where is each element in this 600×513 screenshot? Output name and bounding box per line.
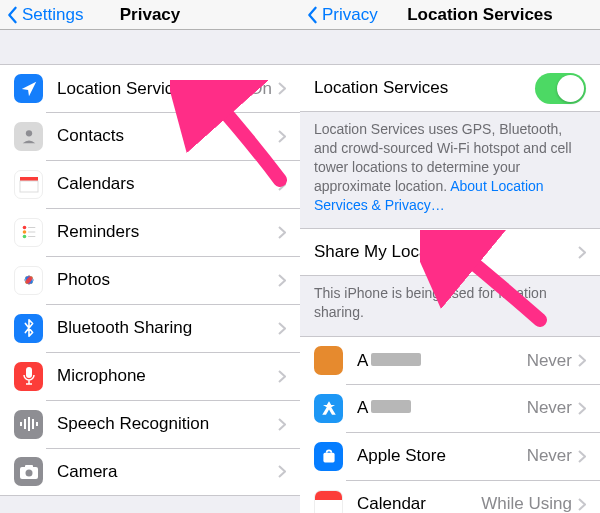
svg-rect-18 <box>20 422 22 426</box>
contacts-icon <box>14 122 43 151</box>
row-label: Share My Location <box>314 242 578 262</box>
row-label: Reminders <box>57 222 278 242</box>
chevron-right-icon <box>278 178 286 191</box>
location-services-toggle[interactable] <box>535 73 586 104</box>
chevron-right-icon <box>278 370 286 383</box>
app-label: A <box>357 398 527 418</box>
chevron-right-icon <box>278 130 286 143</box>
row-microphone[interactable]: Microphone <box>0 352 300 400</box>
right-navbar: Privacy Location Services <box>300 0 600 30</box>
app-row-calendar[interactable]: Calendar While Using <box>300 480 600 513</box>
row-bluetooth-sharing[interactable]: Bluetooth Sharing <box>0 304 300 352</box>
location-services-icon <box>14 74 43 103</box>
svg-rect-20 <box>28 417 30 431</box>
chevron-right-icon <box>578 498 586 511</box>
chevron-right-icon <box>578 246 586 259</box>
row-speech-recognition[interactable]: Speech Recognition <box>0 400 300 448</box>
back-to-settings[interactable]: Settings <box>0 5 83 25</box>
row-location-services[interactable]: Location Services On <box>0 64 300 112</box>
reminders-icon <box>14 218 43 247</box>
chevron-right-icon <box>278 418 286 431</box>
row-camera[interactable]: Camera <box>0 448 300 496</box>
share-location-description: This iPhone is being used for location s… <box>300 276 600 336</box>
back-label: Privacy <box>322 5 378 25</box>
svg-rect-22 <box>36 422 38 426</box>
row-label: Camera <box>57 462 278 482</box>
app-label: A <box>357 351 527 371</box>
app-value: Never <box>527 446 572 466</box>
app-label: Apple Store <box>357 446 527 466</box>
row-reminders[interactable]: Reminders <box>0 208 300 256</box>
row-label: Microphone <box>57 366 278 386</box>
chevron-left-icon <box>6 6 18 24</box>
app-row[interactable]: A Never <box>300 336 600 384</box>
app-label: Calendar <box>357 494 481 513</box>
row-photos[interactable]: Photos <box>0 256 300 304</box>
app-row-apple-store[interactable]: Apple Store Never <box>300 432 600 480</box>
chevron-right-icon <box>278 465 286 478</box>
app-value: Never <box>527 351 572 371</box>
location-services-pane: Privacy Location Services Location Servi… <box>300 0 600 513</box>
row-label: Photos <box>57 270 278 290</box>
row-calendars[interactable]: Calendars <box>0 160 300 208</box>
chevron-right-icon <box>578 450 586 463</box>
privacy-pane: Settings Privacy Location Services On Co… <box>0 0 300 513</box>
row-label: Calendars <box>57 174 278 194</box>
svg-point-25 <box>25 469 32 476</box>
row-share-my-location[interactable]: Share My Location <box>300 228 600 276</box>
row-location-services-toggle[interactable]: Location Services <box>300 64 600 112</box>
chevron-right-icon <box>278 82 286 95</box>
appstore-icon <box>314 394 343 423</box>
row-value: On <box>249 79 272 99</box>
speech-recognition-icon <box>14 410 43 439</box>
row-label: Speech Recognition <box>57 414 278 434</box>
back-to-privacy[interactable]: Privacy <box>300 5 378 25</box>
row-label: Location Services <box>57 79 249 99</box>
camera-icon <box>14 457 43 486</box>
app-value: While Using <box>481 494 572 513</box>
svg-point-3 <box>22 226 26 230</box>
photos-icon <box>14 266 43 295</box>
svg-rect-26 <box>323 453 334 463</box>
right-content: Location Services Location Services uses… <box>300 30 600 513</box>
svg-rect-24 <box>25 465 33 468</box>
chevron-left-icon <box>306 6 318 24</box>
svg-point-5 <box>22 235 26 239</box>
svg-rect-1 <box>20 177 38 181</box>
svg-rect-19 <box>24 419 26 429</box>
calendar-icon <box>314 490 343 513</box>
app1-icon <box>314 346 343 375</box>
back-label: Settings <box>22 5 83 25</box>
app-value: Never <box>527 398 572 418</box>
toggle-label: Location Services <box>314 78 535 98</box>
chevron-right-icon <box>578 354 586 367</box>
app-row[interactable]: A Never <box>300 384 600 432</box>
location-services-description: Location Services uses GPS, Bluetooth, a… <box>300 112 600 228</box>
chevron-right-icon <box>578 402 586 415</box>
svg-rect-2 <box>20 181 38 192</box>
row-contacts[interactable]: Contacts <box>0 112 300 160</box>
chevron-right-icon <box>278 226 286 239</box>
calendars-icon <box>14 170 43 199</box>
svg-rect-21 <box>32 419 34 429</box>
svg-point-4 <box>22 230 26 234</box>
chevron-right-icon <box>278 274 286 287</box>
svg-rect-17 <box>26 367 32 378</box>
row-label: Bluetooth Sharing <box>57 318 278 338</box>
left-navbar: Settings Privacy <box>0 0 300 30</box>
chevron-right-icon <box>278 322 286 335</box>
microphone-icon <box>14 362 43 391</box>
left-content: Location Services On Contacts Calendars <box>0 30 300 513</box>
row-label: Contacts <box>57 126 278 146</box>
bluetooth-sharing-icon <box>14 314 43 343</box>
svg-point-0 <box>25 130 31 136</box>
apple-store-icon <box>314 442 343 471</box>
